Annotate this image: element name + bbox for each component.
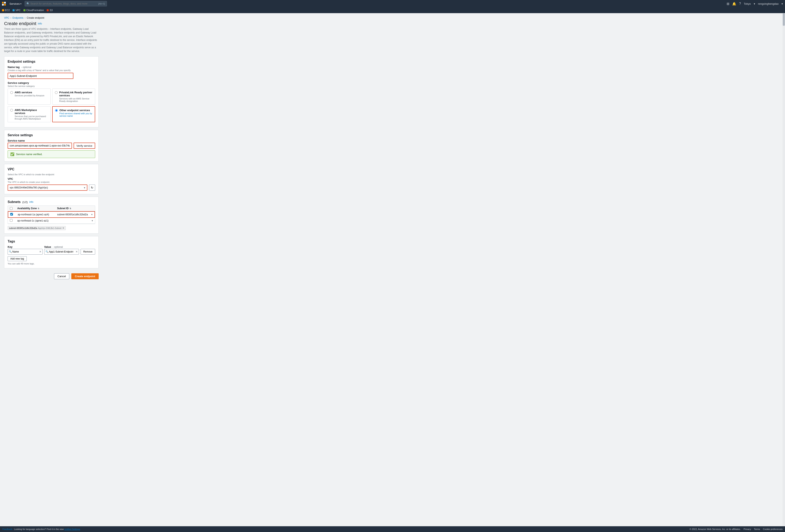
- breadcrumb-current: Create endpoint: [27, 17, 44, 19]
- footer-actions: Cancel Create endpoint: [4, 271, 99, 282]
- category-privatelink[interactable]: PrivateLink Ready partner services Servi…: [52, 88, 95, 105]
- global-search-bar[interactable]: 🔍 [Alt+S]: [25, 1, 107, 6]
- vpc-panel: VPC Select the VPC in which to create th…: [4, 164, 99, 194]
- verify-service-button[interactable]: Verify service: [74, 142, 95, 149]
- verify-success-msg: ✅ Service name verified.: [8, 151, 95, 158]
- tags-panel-title: Tags: [8, 240, 95, 243]
- subnet-id-cell-1[interactable]: subnet-0830f1e1d6c32bd2a ▾: [55, 212, 95, 217]
- create-endpoint-button[interactable]: Create endpoint: [71, 273, 99, 279]
- vpc-select[interactable]: vpc-08923449ef299a780 (AppVpc) ▾: [8, 185, 87, 191]
- breadcrumb-vpc[interactable]: VPC: [4, 17, 9, 19]
- selected-subnet-tags: subnet-0830f1e1d6c32bd2a AppVpc-GWLBe1-S…: [8, 225, 95, 230]
- search-input[interactable]: [30, 2, 97, 5]
- tag-key-input[interactable]: [8, 249, 43, 255]
- category-other-endpoint[interactable]: Other endpoint services Find services sh…: [52, 106, 95, 122]
- value-clear-icon[interactable]: ✕: [76, 250, 78, 253]
- service-bar: EC2 VPC CloudFormation S3: [0, 7, 785, 13]
- name-tag-hint: Creates a tag with a key of 'Name' and a…: [8, 69, 95, 72]
- refresh-icon: ↻: [91, 186, 93, 189]
- region-selector[interactable]: Tokyo: [744, 2, 751, 5]
- copyright-text: © 2022, Amazon Web Services, Inc. or its…: [689, 528, 741, 530]
- services-nav-button[interactable]: Services ▾: [8, 2, 23, 5]
- subnet-id-cell-2[interactable]: ▾: [55, 218, 95, 223]
- subnet-sort-icon[interactable]: ⇅: [70, 207, 71, 210]
- category-marketplace[interactable]: AWS Marketplace services Services that y…: [8, 106, 51, 122]
- endpoint-settings-panel: Endpoint settings Name tag - optional Cr…: [4, 56, 99, 127]
- az-sort-icon[interactable]: ⇅: [37, 207, 39, 210]
- subnets-info-link[interactable]: info: [29, 201, 33, 204]
- category-radio-privatelink[interactable]: [55, 91, 57, 94]
- service-name-label: Service name: [8, 139, 95, 142]
- service-settings-panel: Service settings Service name Verify ser…: [4, 130, 99, 161]
- subnet-tag-1: subnet-0830f1e1d6c32bd2a AppVpc-GWLBe1-S…: [8, 226, 66, 230]
- name-tag-input[interactable]: [8, 73, 73, 79]
- service-settings-title: Service settings: [8, 133, 95, 137]
- tags-hint: You can add 49 more tags.: [8, 262, 95, 265]
- subnets-title: Subnets: [8, 200, 21, 204]
- subnet-dropdown-icon-2: ▾: [92, 219, 93, 222]
- privacy-link[interactable]: Privacy: [744, 528, 751, 530]
- subnet-dropdown-icon-1: ▾: [91, 213, 93, 216]
- key-search-icon: 🔍: [9, 250, 12, 253]
- apps-icon[interactable]: ⊞: [727, 2, 729, 6]
- question-icon[interactable]: ?: [739, 2, 741, 5]
- aws-logo[interactable]: [2, 2, 6, 5]
- page-description: There are three types of VPC endpoints –…: [4, 27, 99, 53]
- key-clear-icon[interactable]: ✕: [39, 250, 41, 253]
- tags-key-label: Key: [8, 245, 43, 248]
- tags-panel: Tags Key 🔍 ✕ Value - optional 🔍 ✕: [4, 236, 99, 268]
- user-menu[interactable]: rengxinghengdao: [758, 2, 779, 5]
- az-column-header: Availability Zone ⇅: [15, 206, 55, 211]
- subnets-title-row: Subnets (1/2) info: [8, 200, 95, 204]
- subnet-row-2: ap-northeast-1c (apne1-az1) ▾: [8, 218, 95, 224]
- unified-settings-link[interactable]: Unified Settings: [64, 528, 80, 530]
- cancel-button[interactable]: Cancel: [54, 273, 69, 279]
- bottom-bar-lang-text: Looking for language selection? Find it …: [14, 528, 688, 530]
- service-category-label: Service category: [8, 81, 95, 84]
- tag-value-input[interactable]: [44, 249, 79, 255]
- service-tag-vpc[interactable]: VPC: [12, 9, 21, 12]
- service-tag-cloudformation[interactable]: CloudFormation: [23, 9, 44, 12]
- tag-value-wrapper: 🔍 ✕: [44, 249, 79, 255]
- breadcrumb-endpoints[interactable]: Endpoints: [12, 17, 23, 19]
- subnet-checkbox-2[interactable]: [10, 219, 12, 222]
- feedback-link[interactable]: Feedback: [2, 528, 12, 530]
- tags-row: Key 🔍 ✕ Value - optional 🔍 ✕: [8, 245, 95, 255]
- vpc-select-value: vpc-08923449ef299a780 (AppVpc): [8, 185, 82, 190]
- bell-icon[interactable]: 🔔: [732, 2, 736, 6]
- subnets-table: Availability Zone ⇅ Subnet ID ⇅ ap-north…: [8, 206, 95, 224]
- category-privatelink-label: PrivateLink Ready partner services: [59, 91, 93, 97]
- top-navigation: Services ▾ 🔍 [Alt+S] ⊞ 🔔 ? Tokyo ▾ rengx…: [0, 0, 785, 7]
- terms-link[interactable]: Terms: [754, 528, 760, 530]
- category-radio-aws[interactable]: [10, 91, 13, 94]
- cookie-preferences-link[interactable]: Cookie preferences: [763, 528, 783, 530]
- nav-right: ⊞ 🔔 ? Tokyo ▾ rengxinghengdao ▾: [727, 2, 783, 6]
- search-shortcut: [Alt+S]: [98, 2, 105, 5]
- subnet-tag-name: AppVpc-GWLBe1-Subnet: [38, 227, 61, 229]
- scrollbar-thumb[interactable]: [783, 14, 785, 26]
- vpc-label: VPC: [8, 177, 95, 180]
- select-all-checkbox[interactable]: [10, 207, 12, 210]
- remove-tag-button[interactable]: Remove: [81, 249, 95, 255]
- refresh-vpc-button[interactable]: ↻: [89, 185, 95, 191]
- subnet-tag-remove[interactable]: ✕: [62, 227, 64, 230]
- add-tag-button[interactable]: Add new tag: [8, 256, 27, 261]
- service-name-input[interactable]: [8, 142, 72, 149]
- category-privatelink-desc: Services with an AWS Service Ready desig…: [59, 98, 93, 102]
- page-info-link[interactable]: info: [38, 22, 42, 25]
- tags-value-label: Value - optional: [44, 245, 79, 248]
- service-tag-s3[interactable]: S3: [47, 9, 53, 12]
- main-content: VPC › Endpoints › Create endpoint Create…: [0, 13, 103, 285]
- subnet-id-column-header: Subnet ID ⇅: [55, 206, 95, 211]
- category-aws-services[interactable]: AWS services Services provided by Amazon: [8, 88, 51, 105]
- vpc-section-desc: Select the VPC in which to create the en…: [8, 173, 95, 176]
- service-category-hint: Select the service category: [8, 85, 95, 87]
- category-radio-marketplace[interactable]: [10, 109, 13, 112]
- subnets-panel: Subnets (1/2) info Availability Zone ⇅ S…: [4, 197, 99, 234]
- category-radio-other[interactable]: [55, 109, 58, 112]
- subnet-row-1: ap-northeast-1a (apne1-az4) subnet-0830f…: [8, 211, 95, 218]
- subnet-checkbox-1[interactable]: [10, 213, 13, 216]
- bottom-bar: Feedback Looking for language selection?…: [0, 526, 785, 532]
- scrollbar-track[interactable]: [783, 13, 785, 526]
- service-tag-ec2[interactable]: EC2: [2, 9, 10, 12]
